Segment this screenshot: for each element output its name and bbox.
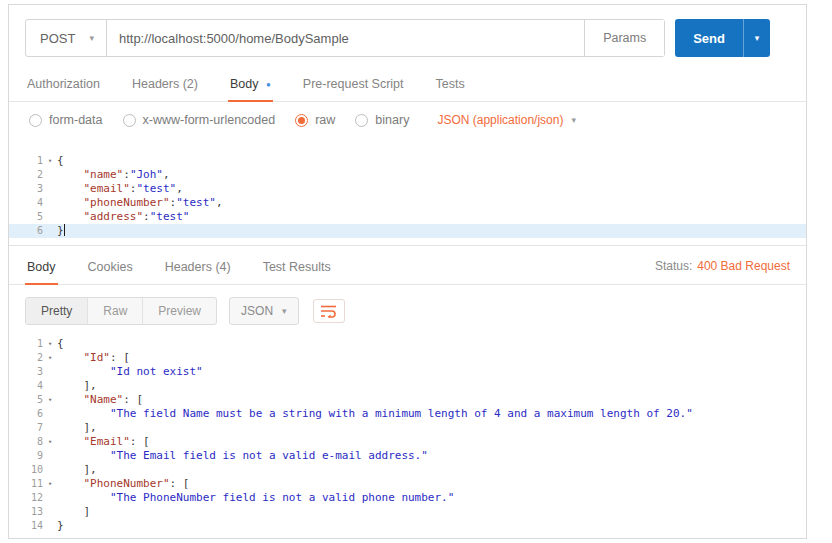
code-line-content: ], [57, 379, 97, 393]
unsaved-dot-icon: ● [266, 80, 271, 89]
code-line: 1▾{ [9, 154, 806, 168]
status-value: 400 Bad Request [697, 259, 790, 273]
line-number: 5 [9, 393, 43, 407]
request-response-divider [9, 245, 806, 246]
fold-gutter [43, 224, 57, 238]
chevron-down-icon: ▾ [282, 306, 287, 316]
fold-arrow-icon[interactable]: ▾ [43, 477, 57, 491]
code-line-content: "The PhoneNumber field is not a valid ph… [57, 491, 454, 505]
line-number: 6 [9, 407, 43, 421]
fold-arrow-icon[interactable]: ▾ [43, 154, 57, 168]
line-number: 8 [9, 435, 43, 449]
fold-arrow-icon[interactable]: ▾ [43, 435, 57, 449]
tab-headers[interactable]: Headers (2) [130, 70, 200, 101]
postman-window: POST ▾ Params Send ▾ Authorization Heade… [8, 4, 807, 539]
radio-selected-icon [295, 114, 308, 127]
wrap-lines-icon [320, 304, 338, 318]
view-pretty-button[interactable]: Pretty [26, 298, 88, 324]
mode-form-data-label: form-data [49, 113, 103, 127]
wrap-lines-button[interactable] [313, 299, 345, 323]
code-line: 10 ], [9, 463, 806, 477]
code-line: 11▾ "PhoneNumber": [ [9, 477, 806, 491]
url-input[interactable] [107, 20, 584, 56]
text-cursor [64, 224, 66, 236]
code-line-content: { [57, 337, 64, 351]
line-number: 7 [9, 421, 43, 435]
line-number: 13 [9, 505, 43, 519]
chevron-down-icon: ▾ [571, 115, 576, 125]
fold-gutter [43, 519, 57, 533]
line-number: 2 [9, 351, 43, 365]
radio-icon [29, 114, 42, 127]
code-line-content: "email":"test", [57, 182, 183, 196]
content-type-label: JSON (application/json) [437, 113, 563, 127]
code-line: 5 "address":"test" [9, 210, 806, 224]
tab-tests[interactable]: Tests [434, 70, 467, 101]
response-header: Body Cookies Headers (4) Test Results St… [9, 253, 806, 285]
code-line: 1▾{ [9, 337, 806, 351]
mode-form-data[interactable]: form-data [29, 113, 103, 127]
params-button[interactable]: Params [584, 20, 664, 56]
code-line: 12 "The PhoneNumber field is not a valid… [9, 491, 806, 505]
radio-icon [355, 114, 368, 127]
tab-body[interactable]: Body ● [228, 70, 273, 102]
code-line-content: { [57, 154, 64, 168]
response-tab-headers[interactable]: Headers (4) [163, 253, 233, 284]
code-line: 3 "email":"test", [9, 182, 806, 196]
response-format-dropdown[interactable]: JSON ▾ [229, 297, 299, 325]
view-preview-button[interactable]: Preview [143, 298, 216, 324]
code-line-content: "name":"Joh", [57, 168, 170, 182]
body-type-selector: form-data x-www-form-urlencoded raw bina… [9, 102, 806, 139]
method-label: POST [40, 31, 75, 46]
mode-binary[interactable]: binary [355, 113, 409, 127]
response-view-toolbar: Pretty Raw Preview JSON ▾ [9, 285, 806, 325]
fold-gutter [43, 407, 57, 421]
line-number: 6 [9, 224, 43, 238]
code-line-content: ], [57, 421, 97, 435]
fold-gutter [43, 379, 57, 393]
tab-headers-count: (2) [183, 77, 198, 91]
fold-arrow-icon[interactable]: ▾ [43, 337, 57, 351]
code-line-content: "The field Name must be a string with a … [57, 407, 693, 421]
code-line-content: "Id": [ [57, 351, 130, 365]
line-number: 10 [9, 463, 43, 477]
tab-pre-request-script[interactable]: Pre-request Script [301, 70, 406, 101]
fold-gutter [43, 168, 57, 182]
mode-raw[interactable]: raw [295, 113, 335, 127]
send-options-button[interactable]: ▾ [743, 19, 770, 57]
code-line: 6} [9, 224, 806, 238]
response-tab-cookies[interactable]: Cookies [86, 253, 135, 284]
line-number: 4 [9, 379, 43, 393]
request-body-editor[interactable]: 1▾{2 "name":"Joh",3 "email":"test",4 "ph… [9, 154, 806, 238]
chevron-down-icon: ▾ [89, 33, 94, 43]
mode-urlencoded-label: x-www-form-urlencoded [143, 113, 276, 127]
tab-headers-label: Headers [132, 77, 179, 91]
fold-gutter [43, 196, 57, 210]
response-format-label: JSON [241, 304, 273, 318]
tab-authorization[interactable]: Authorization [25, 70, 102, 101]
status-label: Status: [655, 259, 692, 273]
code-line-content: "Name": [ [57, 393, 143, 407]
content-type-dropdown[interactable]: JSON (application/json) ▾ [437, 113, 576, 127]
fold-gutter [43, 182, 57, 196]
response-tabs: Body Cookies Headers (4) Test Results [25, 253, 655, 284]
method-dropdown[interactable]: POST ▾ [26, 20, 107, 56]
send-button[interactable]: Send [675, 19, 743, 57]
line-number: 4 [9, 196, 43, 210]
code-line-content: } [57, 519, 64, 533]
mode-x-www-form-urlencoded[interactable]: x-www-form-urlencoded [123, 113, 276, 127]
response-tab-test-results[interactable]: Test Results [261, 253, 333, 284]
radio-icon [123, 114, 136, 127]
fold-arrow-icon[interactable]: ▾ [43, 393, 57, 407]
fold-gutter [43, 505, 57, 519]
fold-gutter [43, 449, 57, 463]
response-tab-body[interactable]: Body [25, 253, 58, 285]
code-line: 2▾ "Id": [ [9, 351, 806, 365]
response-body-viewer[interactable]: 1▾{2▾ "Id": [3 "Id not exist"4 ],5▾ "Nam… [9, 337, 806, 533]
code-line: 3 "Id not exist" [9, 365, 806, 379]
fold-arrow-icon[interactable]: ▾ [43, 351, 57, 365]
code-line-content: } [57, 224, 65, 238]
code-line: 14} [9, 519, 806, 533]
code-line-content: "Email": [ [57, 435, 150, 449]
view-raw-button[interactable]: Raw [88, 298, 143, 324]
